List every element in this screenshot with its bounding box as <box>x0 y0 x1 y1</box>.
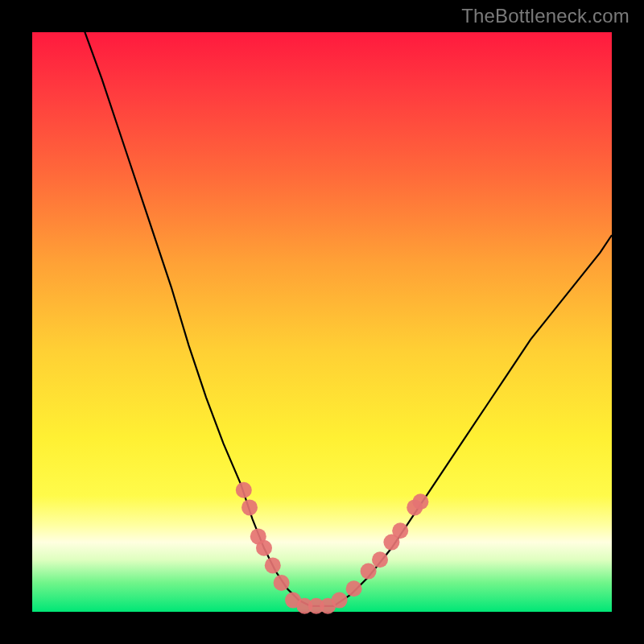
sample-point <box>372 551 388 568</box>
chart-frame: TheBottleneck.com <box>0 0 644 644</box>
sample-point <box>346 580 362 597</box>
sample-point <box>332 592 348 609</box>
bottleneck-curve <box>79 14 612 605</box>
sample-point <box>392 522 408 539</box>
chart-svg <box>32 32 612 612</box>
watermark-text: TheBottleneck.com <box>461 5 630 27</box>
sample-point <box>236 482 252 498</box>
sample-point <box>265 557 281 573</box>
sample-point <box>361 564 377 580</box>
sample-points-group <box>236 482 429 614</box>
sample-point <box>256 540 272 556</box>
sample-point <box>274 575 290 591</box>
sample-point <box>412 493 428 510</box>
sample-point <box>242 499 258 515</box>
